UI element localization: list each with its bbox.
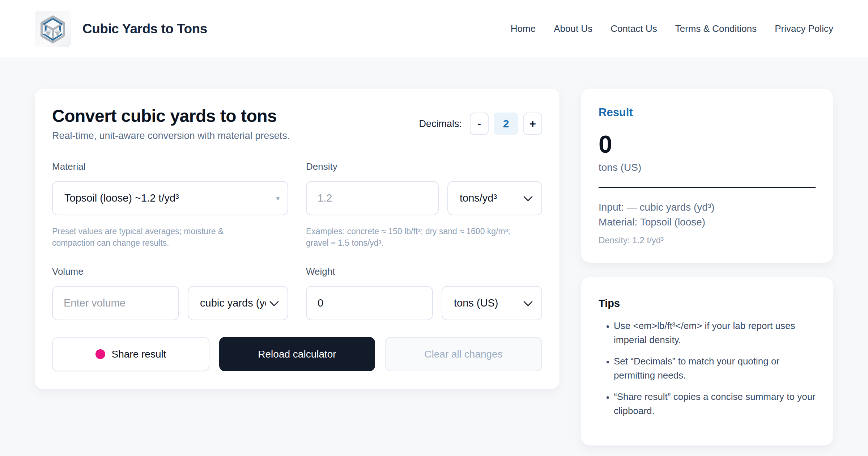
page-subtitle: Real-time, unit-aware conversion with ma… [52, 130, 290, 142]
main-nav: Home About Us Contact Us Terms & Conditi… [511, 23, 833, 34]
result-heading: Result [599, 106, 816, 119]
material-help-text: Preset values are typical averages; mois… [52, 225, 262, 249]
material-selected-value: Topsoil (loose) ~1.2 t/yd³ [64, 192, 266, 204]
nav-terms[interactable]: Terms & Conditions [675, 23, 757, 34]
chevron-down-icon [523, 297, 533, 309]
result-unit: tons (US) [599, 162, 816, 173]
material-select[interactable]: Topsoil (loose) ~1.2 t/yd³ ▾ [52, 181, 288, 215]
reload-calculator-button[interactable]: Reload calculator [219, 337, 375, 371]
weight-field-group: Weight tons (US) [306, 266, 542, 320]
weight-label: Weight [306, 266, 542, 277]
decimals-value: 2 [494, 113, 518, 135]
nav-home[interactable]: Home [511, 23, 536, 34]
nav-privacy[interactable]: Privacy Policy [775, 23, 833, 34]
cube-logo-icon [35, 11, 71, 47]
density-unit-value: tons/yd³ [460, 192, 520, 204]
density-unit-select[interactable]: tons/yd³ [447, 181, 542, 215]
calculator-card: Convert cubic yards to tons Real-time, u… [35, 89, 559, 389]
density-label: Density [306, 161, 542, 172]
main-content: Convert cubic yards to tons Real-time, u… [0, 58, 868, 446]
decimals-increase-button[interactable]: + [523, 113, 542, 135]
tips-list: Use <em>lb/ft³</em> if your lab report u… [599, 319, 816, 418]
volume-label: Volume [52, 266, 288, 277]
select-arrow-icon: ▾ [276, 194, 280, 202]
side-column: Result 0 tons (US) Input: — cubic yards … [581, 89, 833, 446]
site-brand[interactable]: Cubic Yards to Tons [35, 11, 207, 47]
volume-input[interactable] [52, 286, 179, 320]
tips-item: Set “Decimals” to match your quoting or … [614, 354, 816, 383]
decimals-decrease-button[interactable]: - [470, 113, 489, 135]
result-input-line: Input: — cubic yards (yd³) [599, 200, 816, 215]
result-density-line: Density: 1.2 t/yd³ [599, 235, 816, 245]
share-result-button[interactable]: Share result [52, 337, 209, 371]
calc-title-block: Convert cubic yards to tons Real-time, u… [52, 106, 290, 142]
site-title: Cubic Yards to Tons [82, 21, 207, 37]
tips-item: “Share result” copies a concise summary … [614, 390, 816, 418]
weight-unit-value: tons (US) [454, 297, 520, 309]
result-divider [599, 187, 816, 188]
clear-all-changes-button[interactable]: Clear all changes [385, 337, 542, 371]
tips-card: Tips Use <em>lb/ft³</em> if your lab rep… [581, 277, 833, 446]
density-input[interactable] [306, 181, 439, 215]
density-help-text: Examples: concrete ≈ 150 lb/ft³; dry san… [306, 225, 516, 249]
share-result-label: Share result [112, 349, 166, 360]
volume-unit-select[interactable]: cubic yards (yd³) [188, 286, 288, 320]
density-field-group: Density tons/yd³ Examples: concrete ≈ 15… [306, 161, 542, 249]
weight-input[interactable] [306, 286, 433, 320]
pink-dot-icon [95, 349, 105, 359]
volume-field-group: Volume cubic yards (yd³) [52, 266, 288, 320]
nav-contact[interactable]: Contact Us [610, 23, 657, 34]
site-header: Cubic Yards to Tons Home About Us Contac… [0, 0, 868, 58]
material-label: Material [52, 161, 288, 172]
chevron-down-icon [523, 192, 533, 204]
result-value: 0 [599, 130, 816, 158]
volume-unit-value: cubic yards (yd³) [200, 297, 266, 309]
decimals-stepper: Decimals: - 2 + [419, 113, 542, 135]
page-title: Convert cubic yards to tons [52, 106, 290, 126]
chevron-down-icon [269, 297, 279, 309]
weight-unit-select[interactable]: tons (US) [442, 286, 542, 320]
nav-about[interactable]: About Us [554, 23, 592, 34]
material-field-group: Material Topsoil (loose) ~1.2 t/yd³ ▾ Pr… [52, 161, 288, 249]
decimals-label: Decimals: [419, 118, 462, 130]
result-material-line: Material: Topsoil (loose) [599, 215, 816, 230]
tips-item: Use <em>lb/ft³</em> if your lab report u… [614, 319, 816, 347]
result-card: Result 0 tons (US) Input: — cubic yards … [581, 89, 833, 263]
tips-heading: Tips [599, 297, 816, 309]
